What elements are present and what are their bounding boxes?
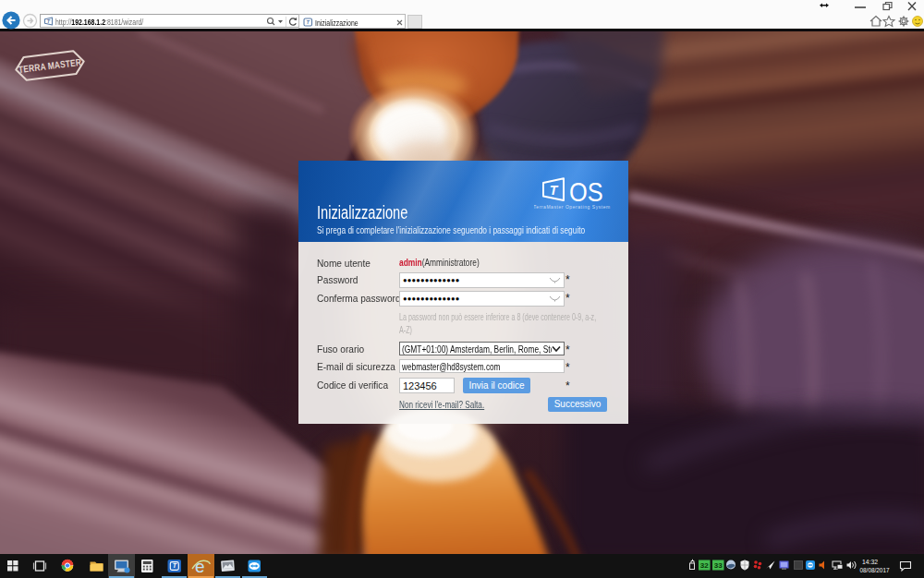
svg-text:OS: OS (569, 176, 603, 207)
svg-text:TERRA MASTER: TERRA MASTER (18, 56, 81, 75)
svg-text:32: 32 (700, 561, 709, 570)
svg-text:e: e (195, 557, 205, 576)
svg-text:T: T (307, 19, 310, 25)
svg-text:T: T (47, 18, 51, 24)
svg-text:TerraMaster Operating System: TerraMaster Operating System (534, 204, 611, 210)
svg-text:33: 33 (714, 561, 723, 570)
svg-text:14:32: 14:32 (862, 558, 878, 566)
svg-text:T: T (173, 562, 177, 569)
svg-text:08/08/2017: 08/08/2017 (860, 566, 890, 574)
svg-text:T: T (550, 183, 559, 198)
